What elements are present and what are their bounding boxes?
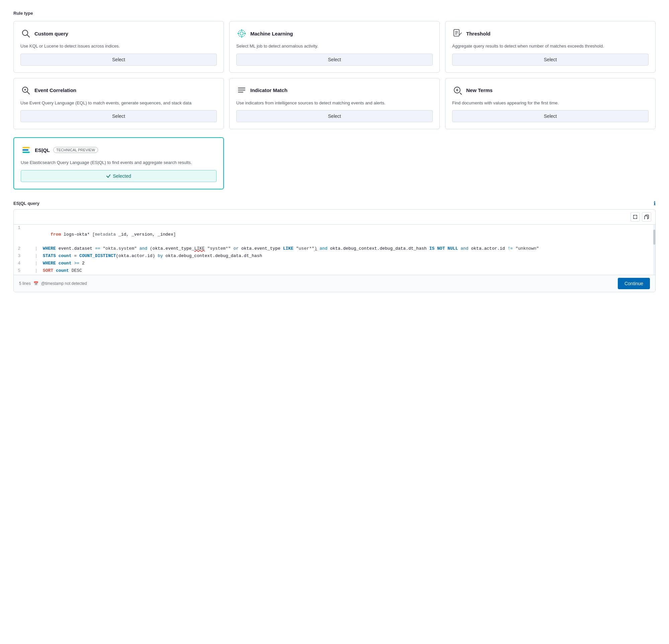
continue-button[interactable]: Continue [618, 278, 650, 289]
line-number: 3 [14, 253, 25, 260]
code-line-1: 1 from logs-okta* [metadata _id, _versio… [14, 225, 655, 246]
select-button-machine-learning[interactable]: Select [236, 54, 433, 66]
svg-point-5 [244, 33, 246, 34]
card-title: Threshold [466, 31, 490, 37]
card-description: Find documents with values appearing for… [452, 100, 649, 107]
editor-wrapper[interactable]: 1 from logs-okta* [metadata _id, _versio… [14, 225, 655, 275]
svg-point-6 [241, 36, 242, 38]
custom-query-icon [20, 28, 31, 39]
card-description: Select ML job to detect anomalous activi… [236, 43, 433, 50]
code-content: | STATS count = COUNT_DISTINCT(okta.acto… [25, 253, 655, 260]
code-content: | SORT count DESC [25, 267, 655, 275]
svg-point-7 [238, 33, 239, 34]
selected-button-esql[interactable]: Selected [21, 170, 216, 182]
card-title: Indicator Match [250, 87, 287, 93]
card-description: Use Event Query Language (EQL) to match … [20, 100, 217, 107]
timestamp-separator: 📅 [33, 281, 39, 286]
card-description: Use KQL or Lucene to detect issues acros… [20, 43, 217, 50]
expand-button[interactable] [630, 212, 640, 222]
card-description: Use Elasticsearch Query Language (ES|QL)… [21, 159, 216, 166]
query-label: ES|QL query [13, 201, 40, 206]
scrollbar-thumb [653, 229, 655, 245]
svg-line-20 [460, 93, 461, 94]
esql-icon [21, 144, 31, 155]
footer-left: 5 lines 📅 @timestamp not detected [19, 281, 87, 286]
select-button-event-correlation[interactable]: Select [20, 110, 217, 122]
info-icon[interactable]: ℹ [654, 200, 656, 207]
copy-button[interactable] [642, 212, 651, 222]
select-button-threshold[interactable]: Select [452, 54, 649, 66]
card-threshold: Threshold Aggregate query results to det… [445, 21, 656, 73]
editor-actions [14, 210, 655, 225]
card-header: ES|QL TECHNICAL PREVIEW [21, 144, 216, 155]
card-title: New Terms [466, 87, 493, 93]
query-editor: 1 from logs-okta* [metadata _id, _versio… [13, 209, 656, 292]
scrollbar [653, 225, 655, 275]
card-machine-learning: Machine Learning Select ML job to detect… [229, 21, 440, 73]
card-header: Event Correlation [20, 85, 217, 96]
card-header: Indicator Match [236, 85, 433, 96]
card-header: New Terms [452, 85, 649, 96]
card-title: Event Correlation [34, 87, 76, 93]
svg-point-2 [238, 30, 245, 37]
card-header: Custom query [20, 28, 217, 39]
card-event-correlation: Event Correlation Use Event Query Langua… [13, 78, 224, 129]
card-esql: ES|QL TECHNICAL PREVIEW Use Elasticsearc… [13, 137, 224, 190]
machine-learning-icon [236, 28, 247, 39]
code-line-4: 4 | WHERE count >= 2 [14, 260, 655, 267]
timestamp-status: @timestamp not detected [41, 281, 87, 286]
code-content: | WHERE event.dataset == "okta.system" a… [25, 246, 655, 252]
query-section: ES|QL query ℹ 1 from logs-okta* [13, 200, 656, 292]
select-button-new-terms[interactable]: Select [452, 110, 649, 122]
card-custom-query: Custom query Use KQL or Lucene to detect… [13, 21, 224, 73]
line-number: 4 [14, 260, 25, 267]
event-correlation-icon [20, 85, 31, 96]
checkmark-icon [106, 174, 111, 178]
card-description: Aggregate query results to detect when n… [452, 43, 649, 50]
code-content: from logs-okta* [metadata _id, _version,… [25, 225, 655, 246]
svg-line-1 [27, 35, 29, 37]
card-title: Custom query [34, 31, 68, 37]
line-number: 5 [14, 267, 25, 275]
code-content: | WHERE count >= 2 [25, 260, 655, 267]
threshold-icon [452, 28, 463, 39]
rule-type-label: Rule type [13, 11, 656, 16]
lines-count: 5 lines [19, 281, 31, 286]
selected-label: Selected [113, 173, 131, 179]
indicator-match-icon [236, 85, 247, 96]
card-header: Machine Learning [236, 28, 433, 39]
svg-point-4 [241, 29, 242, 31]
cards-grid: Custom query Use KQL or Lucene to detect… [13, 21, 656, 129]
card-new-terms: New Terms Find documents with values app… [445, 78, 656, 129]
card-title: Machine Learning [250, 31, 293, 37]
card-description: Use indicators from intelligence sources… [236, 100, 433, 107]
editor-footer: 5 lines 📅 @timestamp not detected Contin… [14, 275, 655, 292]
line-number: 2 [14, 246, 25, 252]
svg-rect-24 [644, 216, 647, 219]
card-indicator-match: Indicator Match Use indicators from inte… [229, 78, 440, 129]
card-title: ES|QL [35, 147, 50, 153]
code-line-3: 3 | STATS count = COUNT_DISTINCT(okta.ac… [14, 253, 655, 260]
svg-point-3 [240, 32, 243, 35]
code-line-2: 2 | WHERE event.dataset == "okta.system"… [14, 246, 655, 253]
query-header: ES|QL query ℹ [13, 200, 656, 207]
line-number: 1 [14, 225, 25, 232]
select-button-indicator-match[interactable]: Select [236, 110, 433, 122]
new-terms-icon [452, 85, 463, 96]
select-button-custom-query[interactable]: Select [20, 54, 217, 66]
technical-preview-badge: TECHNICAL PREVIEW [53, 147, 98, 153]
svg-line-13 [27, 92, 29, 94]
code-line-5: 5 | SORT count DESC [14, 267, 655, 275]
card-header: Threshold [452, 28, 649, 39]
